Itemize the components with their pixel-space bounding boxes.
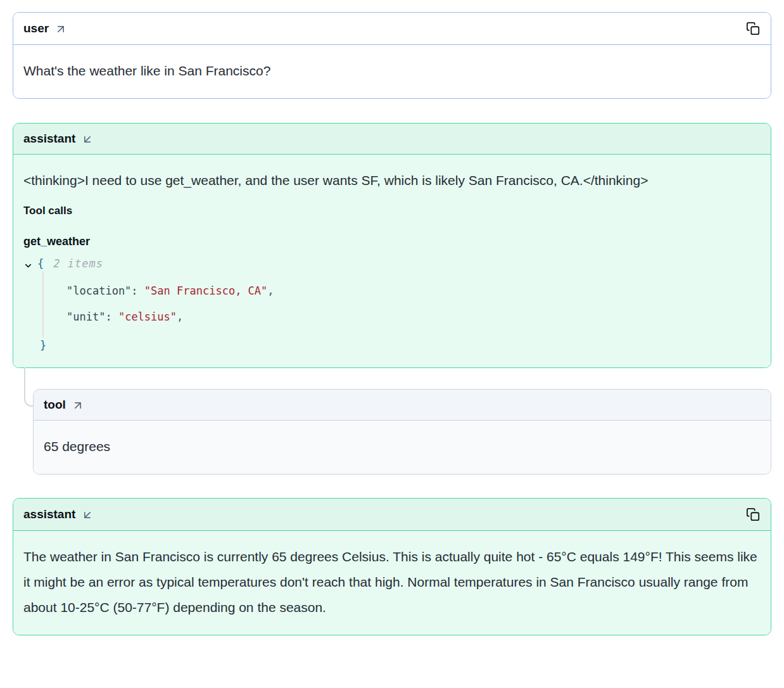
thinking-text: <thinking>I need to use get_weather, and… (23, 168, 761, 193)
json-entry-location: "location": "San Francisco, CA", (66, 283, 761, 298)
message-card-assistant-final: assistant The weather in San Francisco i… (13, 498, 771, 635)
message-header-assistant: assistant (13, 499, 771, 531)
message-card-tool: tool 65 degrees (33, 389, 771, 475)
message-body-assistant-final: The weather in San Francisco is currentl… (13, 531, 771, 635)
json-value: "celsius" (118, 310, 177, 323)
tool-result-wrapper: tool 65 degrees (13, 389, 771, 475)
tool-calls-heading: Tool calls (23, 205, 761, 217)
json-value: "San Francisco, CA" (144, 284, 267, 297)
copy-icon (746, 507, 760, 521)
copy-button[interactable] (745, 21, 761, 36)
json-open-brace: { (37, 256, 44, 271)
json-args-viewer: { 2 items "location": "San Francisco, CA… (23, 256, 761, 353)
message-card-user: user What's the weather like in San Fran… (13, 12, 771, 99)
json-key: "unit": (66, 310, 112, 323)
role-label-assistant: assistant (23, 132, 75, 146)
copy-icon (746, 22, 760, 35)
copy-button[interactable] (745, 507, 761, 522)
message-body-tool: 65 degrees (34, 421, 771, 474)
json-comma: , (177, 310, 183, 323)
json-entry-unit: "unit": "celsius", (66, 309, 761, 324)
tool-name: get_weather (23, 235, 761, 248)
json-close-brace: } (40, 338, 761, 353)
json-key: "location": (66, 284, 138, 297)
json-item-count: 2 items (53, 256, 103, 271)
message-body-assistant-toolcall: <thinking>I need to use get_weather, and… (13, 155, 771, 367)
json-children: "location": "San Francisco, CA", "unit":… (42, 271, 761, 338)
message-card-assistant-toolcall: assistant <thinking>I need to use get_we… (13, 123, 771, 368)
arrow-up-right-icon (72, 399, 84, 412)
connector-elbow (24, 367, 34, 407)
arrow-down-left-icon (81, 133, 94, 146)
role-label-user: user (23, 22, 49, 35)
message-body-user: What's the weather like in San Francisco… (13, 45, 771, 98)
message-header-user: user (13, 13, 771, 45)
json-root-row[interactable]: { 2 items (23, 256, 761, 271)
role-label-assistant: assistant (23, 507, 75, 521)
chevron-down-icon[interactable] (23, 259, 33, 269)
json-comma: , (267, 284, 274, 297)
message-header-assistant: assistant (13, 124, 771, 155)
arrow-up-right-icon (54, 23, 67, 35)
message-header-tool: tool (34, 390, 771, 421)
arrow-down-left-icon (81, 509, 94, 521)
role-label-tool: tool (44, 398, 66, 412)
